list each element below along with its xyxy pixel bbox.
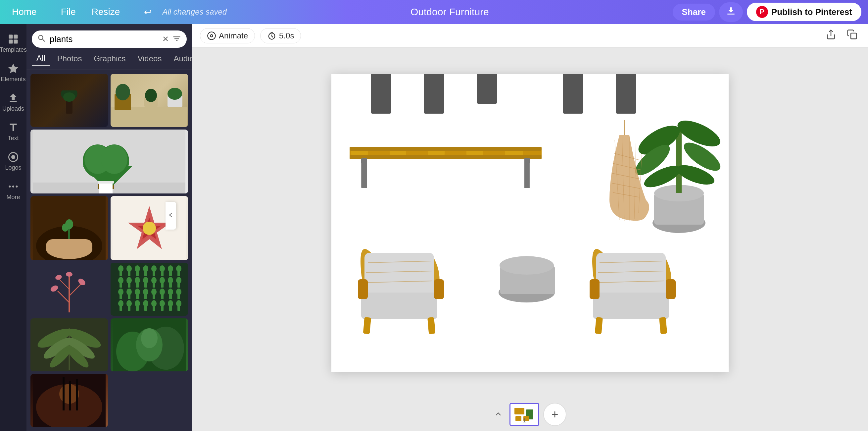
- svg-point-97: [168, 289, 173, 295]
- result-flower-graphic[interactable]: [111, 196, 188, 260]
- svg-rect-29: [98, 181, 114, 183]
- sidebar-item-uploads[interactable]: Uploads: [1, 88, 25, 116]
- resize-button[interactable]: Resize: [86, 4, 125, 20]
- sidebar-item-templates[interactable]: Templates: [1, 29, 25, 57]
- copy-page-button[interactable]: [844, 27, 860, 45]
- svg-point-73: [135, 277, 140, 284]
- sidebar-item-elements[interactable]: Elements: [1, 59, 25, 87]
- svg-rect-198: [593, 292, 669, 319]
- svg-rect-186: [361, 292, 437, 319]
- result-branch-graphic[interactable]: [30, 263, 108, 316]
- svg-rect-145: [616, 74, 636, 114]
- svg-point-101: [118, 300, 123, 307]
- result-sunset-photo[interactable]: [30, 374, 108, 427]
- pinterest-icon: P: [756, 6, 768, 18]
- svg-point-128: [141, 328, 158, 348]
- svg-point-103: [126, 300, 132, 307]
- canvas-content[interactable]: [192, 48, 868, 398]
- sidebar-item-more[interactable]: More: [1, 177, 25, 205]
- animate-label: Animate: [219, 31, 248, 40]
- share-canvas-button[interactable]: [823, 27, 839, 45]
- result-heart-plant[interactable]: [30, 130, 188, 194]
- search-input[interactable]: [50, 34, 159, 45]
- result-leaf-graphic[interactable]: [30, 318, 108, 371]
- search-icon: [37, 34, 46, 45]
- svg-point-6: [9, 185, 11, 188]
- svg-rect-142: [424, 74, 444, 114]
- svg-point-18: [167, 88, 182, 100]
- svg-point-36: [62, 224, 68, 232]
- duration-button[interactable]: 5.0s: [260, 28, 301, 44]
- svg-rect-1: [14, 35, 18, 39]
- duration-label: 5.0s: [279, 31, 294, 40]
- svg-rect-143: [477, 74, 497, 104]
- home-button[interactable]: Home: [7, 4, 42, 20]
- topbar: Home File Resize ↩ All changes saved Out…: [0, 0, 868, 24]
- svg-point-41: [143, 222, 156, 235]
- main-layout: Templates Elements Uploads Text Logos Mo…: [0, 24, 868, 431]
- svg-point-67: [176, 265, 181, 272]
- svg-point-105: [135, 300, 140, 307]
- svg-point-50: [66, 272, 72, 277]
- svg-rect-28: [99, 182, 113, 194]
- result-soil-seedling[interactable]: [30, 196, 108, 260]
- svg-rect-188: [434, 279, 444, 299]
- tab-photos[interactable]: Photos: [53, 52, 87, 65]
- canvas-frame[interactable]: [331, 74, 728, 372]
- panel-collapse-handle[interactable]: [165, 202, 176, 230]
- svg-rect-207: [515, 408, 524, 414]
- svg-point-113: [168, 300, 173, 307]
- saved-status: All changes saved: [162, 7, 227, 17]
- sidebar-item-text[interactable]: Text: [1, 118, 25, 146]
- canvas-bottom: 1 +: [192, 398, 868, 431]
- svg-point-16: [145, 89, 157, 102]
- share-button[interactable]: Share: [673, 4, 715, 21]
- result-plants-shelf[interactable]: [111, 74, 188, 127]
- add-page-icon: +: [551, 407, 558, 422]
- svg-point-135: [208, 32, 215, 39]
- svg-point-99: [176, 289, 181, 295]
- svg-rect-0: [9, 35, 13, 39]
- svg-point-11: [63, 92, 75, 102]
- clear-search-button[interactable]: ✕: [162, 34, 169, 44]
- publish-pinterest-button[interactable]: P Publish to Pinterest: [747, 3, 861, 21]
- text-label: Text: [8, 135, 19, 142]
- download-button[interactable]: [719, 2, 743, 22]
- svg-point-53: [118, 265, 123, 272]
- sidebar-item-logos[interactable]: Logos: [1, 147, 25, 175]
- animate-button[interactable]: Animate: [200, 28, 255, 44]
- svg-point-107: [143, 300, 148, 307]
- svg-point-27: [101, 145, 127, 174]
- svg-point-109: [151, 300, 157, 307]
- svg-point-71: [126, 277, 132, 284]
- topbar-right: Share P Publish to Pinterest: [673, 2, 861, 22]
- page-thumbnail-1[interactable]: 1: [509, 403, 539, 426]
- sidebar-icons: Templates Elements Uploads Text Logos Mo…: [0, 24, 27, 431]
- filter-button[interactable]: [172, 34, 181, 45]
- svg-point-115: [176, 300, 181, 307]
- result-plant-chair[interactable]: [30, 74, 108, 127]
- svg-point-89: [135, 289, 140, 295]
- undo-button[interactable]: ↩: [139, 4, 157, 20]
- svg-rect-197: [596, 253, 666, 299]
- filter-tabs: All Photos Graphics Videos Audio: [27, 52, 192, 70]
- svg-point-136: [211, 34, 213, 37]
- svg-rect-156: [349, 147, 541, 151]
- result-grid-plants[interactable]: [111, 263, 188, 316]
- tab-audio[interactable]: Audio: [169, 52, 192, 65]
- tab-videos[interactable]: Videos: [133, 52, 166, 65]
- expand-panel-button[interactable]: [494, 409, 503, 420]
- svg-point-69: [118, 277, 123, 284]
- svg-point-85: [118, 289, 123, 295]
- file-button[interactable]: File: [56, 4, 81, 20]
- result-green-photo[interactable]: [111, 318, 188, 371]
- tab-graphics[interactable]: Graphics: [89, 52, 130, 65]
- svg-rect-139: [851, 33, 857, 39]
- download-icon: [726, 6, 736, 19]
- svg-point-91: [143, 289, 148, 295]
- tab-all[interactable]: All: [32, 52, 50, 65]
- svg-point-5: [11, 155, 15, 159]
- center-stool: [499, 256, 555, 303]
- add-page-button[interactable]: +: [543, 403, 566, 426]
- uploads-label: Uploads: [2, 105, 24, 112]
